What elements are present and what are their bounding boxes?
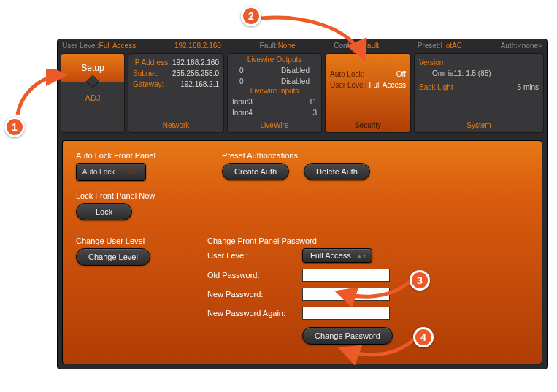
presetauth-section-label: Preset Authorizations [222, 151, 529, 160]
status-config-label: Config: [334, 42, 357, 50]
setup-tab[interactable]: Setup [61, 54, 124, 82]
new-password-input[interactable] [302, 288, 390, 301]
status-fault: Fault:None [260, 42, 296, 50]
lock-button[interactable]: Lock [76, 203, 132, 220]
lw-in4-v: 3 [312, 107, 317, 118]
newpw-field-label: New Password: [207, 290, 302, 299]
app-window: User Level:Full Access 192.168.2.160 Fau… [57, 39, 548, 369]
updown-icon: ▲▼ [357, 254, 367, 258]
changelevel-section: Change User Level Change Level [76, 237, 185, 350]
userlevel-select[interactable]: Full Access ▲▼ [302, 248, 372, 263]
oldpw-field-label: Old Password: [207, 271, 302, 280]
status-preset-value: HotAC [440, 42, 461, 50]
lw-outputs-header: Livewire Outputs [232, 55, 317, 64]
create-auth-button[interactable]: Create Auth [222, 163, 289, 180]
change-level-button[interactable]: Change Level [76, 248, 150, 266]
presetauth-section: Preset Authorizations Create Auth Delete… [222, 151, 529, 180]
status-auth: Auth:<none> [501, 42, 542, 50]
cards-row: Setup ADJ IP Address:192.168.2.160 Subne… [58, 52, 547, 136]
newpw2-field-label: New Password Again: [207, 309, 302, 318]
delete-auth-button[interactable]: Delete Auth [304, 163, 370, 180]
sys-backlight-label: Back Light [419, 82, 453, 93]
lw-out1-v: Disabled [281, 76, 310, 87]
status-fault-value: None [278, 42, 296, 50]
livewire-card[interactable]: Livewire Outputs 0Disabled 0Disabled Liv… [227, 53, 322, 133]
autolock-section: Auto Lock Front Panel Auto Lock OFF [76, 151, 200, 181]
autolock-toggle-state: OFF [118, 169, 142, 176]
net-subnet-label: Subnet: [133, 68, 158, 79]
net-ip-label: IP Address: [133, 57, 170, 68]
status-ip: 192.168.2.160 [174, 42, 221, 50]
net-gateway-value: 192.168.2.1 [180, 79, 219, 90]
autolock-toggle[interactable]: Auto Lock OFF [76, 163, 146, 181]
changepw-section: Change Front Panel Password User Level: … [207, 237, 529, 350]
lw-in3-k: Input3 [232, 96, 253, 107]
status-preset-label: Preset: [418, 42, 441, 50]
changelevel-section-label: Change User Level [76, 237, 185, 245]
callout-1: 1 [4, 117, 25, 137]
lw-inputs-header: Livewire Inputs [232, 87, 317, 95]
status-bar: User Level:Full Access 192.168.2.160 Fau… [58, 39, 547, 52]
system-card-footer: System [415, 120, 543, 132]
sec-autolock-value: Off [396, 69, 406, 80]
callout-3: 3 [410, 270, 430, 291]
changepw-section-label: Change Front Panel Password [207, 237, 529, 245]
status-userlevel-label: User Level: [62, 42, 99, 50]
lw-out0-k: 0 [239, 65, 244, 76]
lw-in4-k: Input4 [232, 107, 253, 118]
security-panel: Auto Lock Front Panel Auto Lock OFF Pres… [62, 140, 542, 364]
status-userlevel: User Level:Full Access [62, 42, 136, 50]
network-card-footer: Network [128, 120, 223, 132]
locknow-section: Lock Front Panel Now Lock [76, 191, 200, 220]
locknow-section-label: Lock Front Panel Now [76, 191, 200, 200]
lw-out1-k: 0 [239, 76, 244, 87]
sys-version-label: Version [419, 57, 443, 68]
livewire-card-footer: LiveWire [228, 120, 321, 132]
sec-userlevel-label: User Level: [330, 80, 367, 91]
status-auth-label: Auth: [501, 42, 518, 50]
userlevel-select-value: Full Access [310, 251, 351, 260]
status-fault-label: Fault: [260, 42, 278, 50]
system-card[interactable]: Version Omnia11: 1.5 (85) Back Light5 mi… [414, 53, 544, 133]
net-subnet-value: 255.255.255.0 [172, 68, 219, 79]
callout-2: 2 [241, 6, 261, 26]
security-card[interactable]: Auto Lock: Off User Level: Full Access S… [325, 53, 411, 133]
net-gateway-label: Gateway: [133, 79, 164, 90]
sec-autolock-label: Auto Lock: [330, 69, 364, 80]
userlevel-field-label: User Level: [207, 251, 302, 260]
sec-userlevel-value: Full Access [369, 80, 406, 91]
security-card-footer: Security [326, 120, 410, 132]
status-config-value: default [357, 42, 379, 50]
status-auth-value: <none> [518, 42, 542, 50]
status-config: Config:default [334, 42, 379, 50]
setup-card[interactable]: Setup ADJ [61, 53, 125, 133]
net-ip-value: 192.168.2.160 [172, 57, 219, 68]
lw-out0-v: Disabled [281, 65, 310, 76]
status-preset: Preset:HotAC [418, 42, 462, 50]
network-card[interactable]: IP Address:192.168.2.160 Subnet:255.255.… [128, 53, 224, 133]
status-userlevel-value: Full Access [99, 42, 137, 50]
sys-version-value: Omnia11: 1.5 (85) [419, 68, 491, 79]
callout-4: 4 [413, 327, 434, 347]
sys-backlight-value: 5 mins [518, 82, 539, 93]
lw-in3-v: 11 [309, 96, 317, 107]
new-password-again-input[interactable] [302, 307, 390, 320]
old-password-input[interactable] [302, 269, 390, 282]
autolock-section-label: Auto Lock Front Panel [76, 151, 200, 160]
change-password-button[interactable]: Change Password [302, 327, 393, 345]
autolock-toggle-label: Auto Lock [80, 165, 118, 179]
